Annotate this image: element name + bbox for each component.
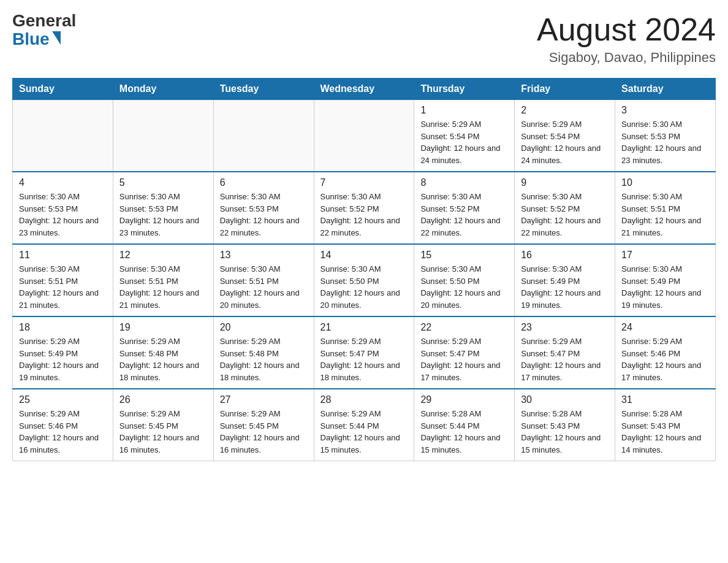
weekday-header-monday: Monday [113,79,213,100]
calendar-cell: 16Sunrise: 5:30 AM Sunset: 5:49 PM Dayli… [515,244,615,316]
day-number: 27 [220,394,308,405]
day-info: Sunrise: 5:30 AM Sunset: 5:53 PM Dayligh… [621,118,709,166]
logo-blue-text: Blue [12,29,50,49]
calendar-week-2: 4Sunrise: 5:30 AM Sunset: 5:53 PM Daylig… [13,172,716,244]
day-number: 30 [521,394,609,405]
day-number: 15 [420,250,508,261]
day-number: 12 [119,250,207,261]
calendar-week-3: 11Sunrise: 5:30 AM Sunset: 5:51 PM Dayli… [13,244,716,316]
day-info: Sunrise: 5:30 AM Sunset: 5:51 PM Dayligh… [119,263,207,311]
day-number: 4 [19,177,107,188]
calendar-cell: 19Sunrise: 5:29 AM Sunset: 5:48 PM Dayli… [113,316,213,389]
day-info: Sunrise: 5:30 AM Sunset: 5:53 PM Dayligh… [220,191,308,239]
day-number: 26 [119,394,207,405]
calendar-cell: 18Sunrise: 5:29 AM Sunset: 5:49 PM Dayli… [13,316,113,389]
day-info: Sunrise: 5:28 AM Sunset: 5:43 PM Dayligh… [621,408,709,456]
day-number: 24 [621,322,709,333]
day-info: Sunrise: 5:29 AM Sunset: 5:45 PM Dayligh… [220,408,308,456]
day-number: 25 [19,394,107,405]
day-number: 16 [521,250,609,261]
day-number: 29 [420,394,508,405]
day-info: Sunrise: 5:30 AM Sunset: 5:49 PM Dayligh… [521,263,609,311]
weekday-header-row: SundayMondayTuesdayWednesdayThursdayFrid… [13,79,716,100]
calendar-week-4: 18Sunrise: 5:29 AM Sunset: 5:49 PM Dayli… [13,316,716,389]
calendar-cell: 2Sunrise: 5:29 AM Sunset: 5:54 PM Daylig… [515,100,615,172]
day-info: Sunrise: 5:28 AM Sunset: 5:43 PM Dayligh… [521,408,609,456]
calendar-cell: 1Sunrise: 5:29 AM Sunset: 5:54 PM Daylig… [414,100,515,172]
day-info: Sunrise: 5:30 AM Sunset: 5:52 PM Dayligh… [420,191,508,239]
calendar-cell: 20Sunrise: 5:29 AM Sunset: 5:48 PM Dayli… [213,316,314,389]
day-info: Sunrise: 5:29 AM Sunset: 5:44 PM Dayligh… [320,408,408,456]
day-info: Sunrise: 5:30 AM Sunset: 5:51 PM Dayligh… [220,263,308,311]
calendar-cell: 6Sunrise: 5:30 AM Sunset: 5:53 PM Daylig… [213,172,314,244]
day-info: Sunrise: 5:29 AM Sunset: 5:48 PM Dayligh… [119,335,207,383]
day-info: Sunrise: 5:29 AM Sunset: 5:48 PM Dayligh… [220,335,308,383]
day-number: 9 [521,177,609,188]
month-title: August 2024 [537,12,716,47]
day-number: 10 [621,177,709,188]
calendar-cell: 7Sunrise: 5:30 AM Sunset: 5:52 PM Daylig… [314,172,414,244]
title-block: August 2024 Sigaboy, Davao, Philippines [537,12,716,66]
logo-blue-wrapper: Blue [12,29,61,49]
weekday-header-wednesday: Wednesday [314,79,414,100]
day-info: Sunrise: 5:30 AM Sunset: 5:53 PM Dayligh… [19,191,107,239]
calendar-cell: 26Sunrise: 5:29 AM Sunset: 5:45 PM Dayli… [113,389,213,461]
calendar-cell: 25Sunrise: 5:29 AM Sunset: 5:46 PM Dayli… [13,389,113,461]
day-info: Sunrise: 5:29 AM Sunset: 5:46 PM Dayligh… [621,335,709,383]
day-info: Sunrise: 5:28 AM Sunset: 5:44 PM Dayligh… [420,408,508,456]
calendar-cell: 28Sunrise: 5:29 AM Sunset: 5:44 PM Dayli… [314,389,414,461]
calendar-week-1: 1Sunrise: 5:29 AM Sunset: 5:54 PM Daylig… [13,100,716,172]
calendar-cell: 17Sunrise: 5:30 AM Sunset: 5:49 PM Dayli… [615,244,716,316]
day-number: 18 [19,322,107,333]
day-number: 17 [621,250,709,261]
day-info: Sunrise: 5:30 AM Sunset: 5:51 PM Dayligh… [19,263,107,311]
day-number: 22 [420,322,508,333]
day-info: Sunrise: 5:29 AM Sunset: 5:46 PM Dayligh… [19,408,107,456]
day-info: Sunrise: 5:30 AM Sunset: 5:51 PM Dayligh… [621,191,709,239]
calendar-cell: 14Sunrise: 5:30 AM Sunset: 5:50 PM Dayli… [314,244,414,316]
weekday-header-tuesday: Tuesday [213,79,314,100]
logo-general-text: General [12,12,76,29]
calendar-cell [314,100,414,172]
calendar-cell: 10Sunrise: 5:30 AM Sunset: 5:51 PM Dayli… [615,172,716,244]
calendar-cell [213,100,314,172]
calendar-cell: 22Sunrise: 5:29 AM Sunset: 5:47 PM Dayli… [414,316,515,389]
logo-triangle-icon [52,31,61,45]
day-info: Sunrise: 5:29 AM Sunset: 5:47 PM Dayligh… [521,335,609,383]
calendar-cell: 29Sunrise: 5:28 AM Sunset: 5:44 PM Dayli… [414,389,515,461]
calendar-cell [13,100,113,172]
calendar-cell: 5Sunrise: 5:30 AM Sunset: 5:53 PM Daylig… [113,172,213,244]
day-number: 28 [320,394,408,405]
day-info: Sunrise: 5:29 AM Sunset: 5:45 PM Dayligh… [119,408,207,456]
calendar-cell: 21Sunrise: 5:29 AM Sunset: 5:47 PM Dayli… [314,316,414,389]
calendar-cell: 8Sunrise: 5:30 AM Sunset: 5:52 PM Daylig… [414,172,515,244]
day-info: Sunrise: 5:29 AM Sunset: 5:54 PM Dayligh… [420,118,508,166]
calendar-cell: 24Sunrise: 5:29 AM Sunset: 5:46 PM Dayli… [615,316,716,389]
calendar-table: SundayMondayTuesdayWednesdayThursdayFrid… [12,78,716,461]
calendar-cell: 4Sunrise: 5:30 AM Sunset: 5:53 PM Daylig… [13,172,113,244]
day-number: 20 [220,322,308,333]
day-info: Sunrise: 5:29 AM Sunset: 5:54 PM Dayligh… [521,118,609,166]
day-number: 8 [420,177,508,188]
day-info: Sunrise: 5:30 AM Sunset: 5:52 PM Dayligh… [521,191,609,239]
calendar-cell: 23Sunrise: 5:29 AM Sunset: 5:47 PM Dayli… [515,316,615,389]
day-info: Sunrise: 5:30 AM Sunset: 5:49 PM Dayligh… [621,263,709,311]
weekday-header-sunday: Sunday [13,79,113,100]
calendar-cell: 11Sunrise: 5:30 AM Sunset: 5:51 PM Dayli… [13,244,113,316]
location-title: Sigaboy, Davao, Philippines [537,50,716,66]
calendar-cell: 9Sunrise: 5:30 AM Sunset: 5:52 PM Daylig… [515,172,615,244]
day-info: Sunrise: 5:29 AM Sunset: 5:49 PM Dayligh… [19,335,107,383]
calendar-week-5: 25Sunrise: 5:29 AM Sunset: 5:46 PM Dayli… [13,389,716,461]
day-number: 5 [119,177,207,188]
day-info: Sunrise: 5:29 AM Sunset: 5:47 PM Dayligh… [420,335,508,383]
logo: General Blue [12,12,76,49]
day-number: 13 [220,250,308,261]
day-number: 2 [521,105,609,116]
day-info: Sunrise: 5:30 AM Sunset: 5:53 PM Dayligh… [119,191,207,239]
calendar-cell: 13Sunrise: 5:30 AM Sunset: 5:51 PM Dayli… [213,244,314,316]
page-header: General Blue August 2024 Sigaboy, Davao,… [12,12,716,66]
weekday-header-saturday: Saturday [615,79,716,100]
day-info: Sunrise: 5:30 AM Sunset: 5:52 PM Dayligh… [320,191,408,239]
day-number: 6 [220,177,308,188]
day-number: 7 [320,177,408,188]
